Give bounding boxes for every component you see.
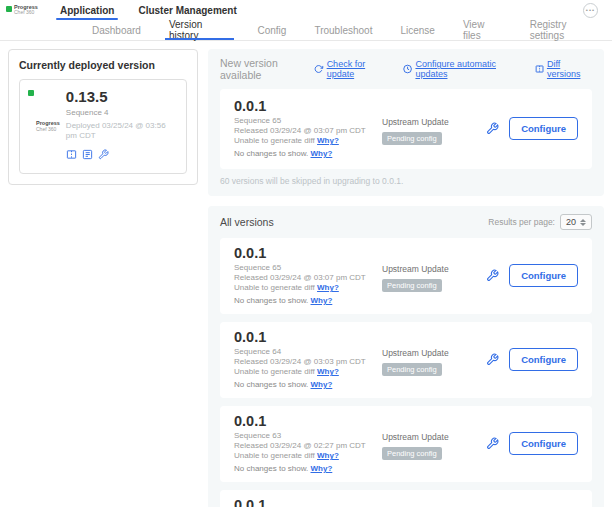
version-released: Released 03/29/24 @ 03:03 pm CDT [234, 357, 382, 367]
version-released: Released 03/29/24 @ 03:07 pm CDT [234, 126, 382, 136]
tab-application[interactable]: Application [48, 0, 126, 20]
new-version-heading: New version available [220, 57, 314, 81]
configure-button[interactable]: Configure [509, 264, 578, 287]
diff-error-why-link[interactable]: Why? [317, 283, 339, 292]
configure-button[interactable]: Configure [509, 348, 578, 371]
all-versions-panel: All versions Results per page: 20 0.0.1 … [208, 206, 604, 507]
all-versions-heading: All versions [220, 216, 274, 228]
version-sequence: Sequence 65 [234, 116, 382, 126]
diff-error-text: Unable to generate diff [234, 367, 315, 376]
configure-automatic-updates-link[interactable]: Configure automatic updates [403, 59, 521, 79]
schedule-icon [403, 64, 412, 74]
deployed-heading: Currently deployed version [19, 59, 187, 71]
version-row: 0.0.1 Sequence 63 Released 03/29/24 @ 02… [220, 406, 592, 482]
admin-console: Progress Chef 360 Application Cluster Ma… [0, 0, 612, 507]
version-number: 0.0.1 [234, 98, 382, 114]
brand-logo-icon [6, 6, 12, 12]
deployed-version-card: Progress Chef 360 0.13.5 Sequence 4 Depl… [19, 79, 187, 174]
diff-error-text: Unable to generate diff [234, 283, 315, 292]
check-for-update-link[interactable]: Check for update [314, 59, 389, 79]
no-changes-why-link[interactable]: Why? [311, 380, 333, 389]
app-sub-nav: Dashboard Version history Config Trouble… [0, 20, 612, 41]
deployed-version-number: 0.13.5 [66, 89, 178, 105]
version-released: Released 03/29/24 @ 02:27 pm CDT [234, 441, 382, 451]
configure-button[interactable]: Configure [509, 432, 578, 455]
diff-versions-link[interactable]: Diff versions [535, 59, 592, 79]
edit-config-icon[interactable] [98, 146, 109, 164]
ellipsis-menu-icon[interactable]: ••• [583, 3, 598, 18]
results-per-page-label: Results per page: [488, 217, 555, 227]
tab-dashboard[interactable]: Dashboard [78, 20, 155, 40]
edit-config-icon[interactable] [486, 269, 499, 282]
version-number: 0.0.1 [234, 329, 382, 345]
version-source-label: Upstream Update [382, 432, 486, 442]
no-changes-text: No changes to show. [234, 296, 308, 305]
status-badge: Pending config [382, 279, 442, 292]
no-changes-why-link[interactable]: Why? [311, 464, 333, 473]
brand-product: Chef 360 [14, 10, 38, 15]
status-badge: Pending config [382, 363, 442, 376]
no-changes-text: No changes to show. [234, 380, 308, 389]
view-config-icon[interactable] [82, 146, 93, 164]
version-number: 0.0.1 [234, 245, 382, 261]
no-changes-text: No changes to show. [234, 464, 308, 473]
new-version-card: 0.0.1 Sequence 65 Released 03/29/24 @ 03… [220, 89, 592, 169]
version-source-label: Upstream Update [382, 117, 486, 127]
edit-config-icon[interactable] [486, 437, 499, 450]
version-row: 0.0.1 Sequence 65 Released 03/29/24 @ 03… [220, 238, 592, 314]
panel-gap [208, 196, 604, 206]
versions-column: New version available Check for update C… [208, 49, 604, 507]
edit-config-icon[interactable] [486, 353, 499, 366]
diff-error-why-link[interactable]: Why? [317, 136, 339, 145]
tab-view-files[interactable]: View files [449, 20, 516, 40]
diff-error-why-link[interactable]: Why? [317, 367, 339, 376]
status-badge: Pending config [382, 132, 442, 145]
currently-deployed-panel: Currently deployed version Progress Chef… [8, 49, 198, 185]
version-source-label: Upstream Update [382, 264, 486, 274]
refresh-icon [314, 64, 323, 74]
version-number: 0.0.1 [234, 413, 382, 429]
stepper-arrows-icon [580, 219, 586, 226]
page-body: Currently deployed version Progress Chef… [0, 41, 612, 507]
app-logo: Progress Chef 360 [6, 5, 44, 16]
tab-registry-settings[interactable]: Registry settings [516, 20, 612, 40]
brand-logo-icon [28, 90, 34, 96]
top-nav: Application Cluster Management [48, 0, 249, 20]
brand-product: Chef 360 [36, 127, 60, 132]
app-logo: Progress Chef 360 [28, 89, 60, 164]
tab-troubleshoot[interactable]: Troubleshoot [300, 20, 386, 40]
diff-error-why-link[interactable]: Why? [317, 451, 339, 460]
deployed-timestamp: Deployed 03/25/24 @ 03:56 pm CDT [66, 121, 178, 141]
deployed-column: Currently deployed version Progress Chef… [8, 49, 198, 185]
diff-error-text: Unable to generate diff [234, 136, 315, 145]
tab-config[interactable]: Config [244, 20, 301, 40]
configure-button[interactable]: Configure [509, 117, 578, 140]
diff-error-text: Unable to generate diff [234, 451, 315, 460]
diff-icon [535, 64, 544, 74]
version-row: 0.0.1 Sequence 64 Released 03/29/24 @ 03… [220, 322, 592, 398]
preview-diff-icon[interactable] [66, 146, 77, 164]
no-changes-text: No changes to show. [234, 149, 308, 158]
results-per-page-value: 20 [566, 217, 576, 227]
status-badge: Pending config [382, 447, 442, 460]
top-bar: Progress Chef 360 Application Cluster Ma… [0, 0, 612, 20]
no-changes-why-link[interactable]: Why? [311, 149, 333, 158]
version-sequence: Sequence 63 [234, 431, 382, 441]
version-released: Released 03/29/24 @ 03:07 pm CDT [234, 273, 382, 283]
version-sequence: Sequence 65 [234, 263, 382, 273]
results-per-page-select[interactable]: 20 [560, 214, 592, 230]
version-source-label: Upstream Update [382, 348, 486, 358]
tab-cluster-management[interactable]: Cluster Management [126, 0, 248, 20]
deployed-sequence: Sequence 4 [66, 108, 178, 118]
edit-config-icon[interactable] [486, 122, 499, 135]
skip-versions-note: 60 versions will be skipped in upgrading… [220, 176, 592, 186]
tab-license[interactable]: License [386, 20, 448, 40]
tab-version-history[interactable]: Version history [155, 20, 244, 40]
version-number: 0.0.1 [234, 497, 382, 507]
version-sequence: Sequence 64 [234, 347, 382, 357]
new-version-panel: New version available Check for update C… [208, 49, 604, 196]
version-row: 0.0.1 Sequence 62 Released 03/29/24 @ 02… [220, 490, 592, 507]
no-changes-why-link[interactable]: Why? [311, 296, 333, 305]
